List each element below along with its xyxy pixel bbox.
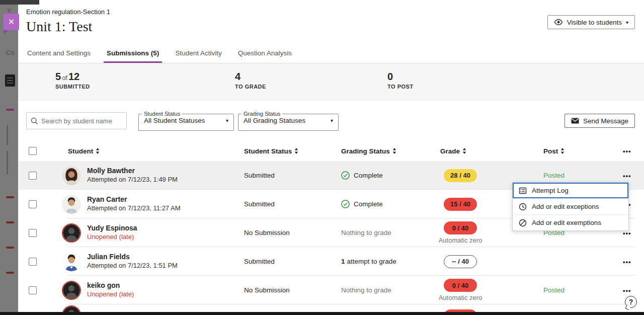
student-status-value: No Submission — [225, 286, 323, 294]
background-red-fragment — [6, 221, 14, 223]
grading-status-value: Nothing to grade — [341, 286, 391, 294]
student-name: Ryan Carter — [87, 195, 181, 204]
background-line-fragment — [7, 151, 8, 174]
stat-to-grade-label: TO GRADE — [235, 84, 266, 90]
grade-pill[interactable]: 15 / 40 — [444, 198, 477, 211]
row-menu-button[interactable]: ••• — [623, 287, 631, 294]
attempt-info: Attempted on 7/12/23, 1:51 PM — [87, 262, 178, 270]
post-status[interactable]: Posted — [515, 286, 611, 294]
grade-pill[interactable]: -- / 40 — [444, 255, 477, 268]
student-status-select-label: Student Status — [142, 111, 182, 117]
tab-submissions[interactable]: Submissions (5) — [104, 49, 162, 63]
attempt-info: Attempted on 7/12/23, 1:49 PM — [87, 176, 178, 184]
grade-pill[interactable]: 28 / 40 — [444, 169, 477, 182]
tab-content-and-settings[interactable]: Content and Settings — [24, 49, 94, 63]
stat-to-grade-value: 4 — [235, 71, 266, 83]
complete-check-icon — [341, 171, 350, 180]
table-row[interactable]: keiko gon Unopened (late) No Submission … — [18, 276, 644, 304]
student-name: Julian Fields — [87, 253, 178, 262]
attempts-count: 1 — [341, 258, 345, 265]
stat-submitted-value: 5 — [55, 71, 61, 82]
row-checkbox[interactable] — [29, 286, 37, 294]
avatar — [62, 252, 81, 271]
student-status-select[interactable]: Student Status All Student Statuses ▾ — [138, 111, 234, 131]
student-status-select-value: All Student Statuses — [144, 117, 205, 124]
submission-stats-bar: 5of12 SUBMITTED 4 TO GRADE 0 TO POST — [18, 63, 644, 101]
menu-item-add-edit-exceptions[interactable]: Add or edit exceptions — [513, 199, 628, 214]
panel-header: Emotion regulation-Section 1 Unit 1: Tes… — [18, 0, 644, 45]
chevron-down-icon: ▾ — [626, 20, 628, 25]
row-checkbox[interactable] — [29, 258, 37, 266]
menu-item-attempt-log[interactable]: Attempt Log — [513, 183, 628, 198]
search-input[interactable] — [41, 117, 122, 125]
grading-status-value: Complete — [354, 172, 383, 179]
grade-pill[interactable]: 0 / 40 — [444, 221, 477, 234]
visibility-label: Visible to students — [567, 19, 622, 26]
row-checkbox[interactable] — [29, 200, 37, 208]
post-status[interactable]: Posted — [515, 172, 611, 179]
select-all-checkbox[interactable] — [29, 147, 37, 155]
header-post[interactable]: Post — [515, 147, 611, 155]
header-grading-status[interactable]: Grading Status — [323, 147, 422, 155]
header-student-status[interactable]: Student Status — [225, 147, 323, 155]
dimmed-background-page: Y Co — [0, 0, 18, 315]
student-status-value: Submitted — [225, 258, 323, 265]
student-status-value: No Submission — [225, 229, 323, 237]
page-title: Unit 1: Test — [26, 19, 635, 35]
stat-to-post-value: 0 — [387, 71, 414, 83]
tab-question-analysis[interactable]: Question Analysis — [235, 49, 295, 63]
grading-status-select-label: Grading Status — [242, 111, 282, 117]
grading-status-select[interactable]: Grading Status All Grading Statuses ▾ — [238, 111, 339, 131]
table-header: Student Student Status Grading Status Gr… — [18, 141, 644, 161]
search-icon — [31, 117, 38, 125]
tab-student-activity[interactable]: Student Activity — [172, 49, 224, 63]
stat-to-grade: 4 TO GRADE — [235, 71, 266, 90]
menu-item-add-edit-exemptions[interactable]: Add or edit exemptions — [513, 215, 628, 230]
table-menu-button[interactable]: ••• — [623, 147, 631, 155]
attempt-log-icon — [519, 187, 527, 195]
table-row[interactable]: Julian Fields Attempted on 7/12/23, 1:51… — [18, 247, 644, 276]
assessment-panel: Emotion regulation-Section 1 Unit 1: Tes… — [18, 0, 644, 312]
send-message-label: Send Message — [583, 117, 628, 125]
row-checkbox[interactable] — [29, 229, 37, 237]
chevron-down-icon: ▾ — [226, 118, 228, 123]
help-button[interactable]: ? — [625, 296, 637, 308]
eye-icon — [554, 19, 563, 26]
student-name: Yudy Espinosa — [87, 224, 137, 233]
background-red-fragment — [6, 196, 14, 198]
background-red-fragment — [6, 247, 14, 249]
grading-status-value: Complete — [354, 200, 383, 208]
grade-note: Automatic zero — [439, 237, 482, 244]
header-grade[interactable]: Grade — [422, 147, 515, 155]
send-message-button[interactable]: Send Message — [565, 114, 635, 128]
row-menu-button[interactable]: ••• — [623, 172, 631, 180]
avatar-placeholder — [62, 223, 81, 243]
grading-status-value: Nothing to grade — [341, 229, 391, 237]
stat-submitted-connector: of — [61, 74, 68, 82]
background-top-notch — [0, 0, 39, 5]
grade-pill[interactable]: 0 / 40 — [444, 279, 477, 292]
stat-submitted-total: 12 — [68, 71, 79, 82]
complete-check-icon — [341, 200, 350, 208]
visibility-dropdown-button[interactable]: Visible to students ▾ — [547, 15, 635, 29]
student-name: Molly Bawther — [87, 167, 178, 176]
stat-submitted: 5of12 SUBMITTED — [55, 71, 90, 90]
row-checkbox[interactable] — [29, 172, 37, 180]
header-student[interactable]: Student — [48, 147, 225, 155]
sort-icon — [96, 148, 100, 154]
filter-bar: Student Status All Student Statuses ▾ Gr… — [18, 101, 644, 141]
attempt-info: Attempted on 7/12/23, 11:27 AM — [87, 204, 181, 213]
stat-to-post-label: TO POST — [387, 84, 414, 90]
search-box — [26, 112, 127, 129]
clock-icon — [519, 203, 527, 211]
sort-icon — [392, 148, 396, 154]
row-menu-button[interactable]: ••• — [623, 258, 631, 266]
attempt-info: Unopened (late) — [87, 233, 137, 242]
table-row-partial — [18, 304, 644, 312]
student-name: keiko gon — [87, 281, 134, 290]
avatar-placeholder — [62, 281, 81, 300]
envelope-icon — [571, 118, 579, 124]
chevron-down-icon: ▾ — [331, 118, 333, 123]
close-panel-button[interactable]: ✕ — [4, 14, 19, 30]
grading-status-select-value: All Grading Statuses — [244, 117, 305, 124]
